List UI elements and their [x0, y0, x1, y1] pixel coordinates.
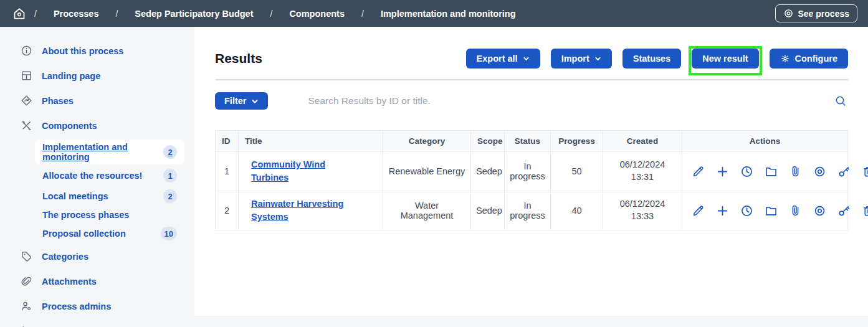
- delete-icon[interactable]: [857, 165, 868, 178]
- search-icon[interactable]: [833, 93, 848, 108]
- result-category: Renewable Energy: [383, 152, 471, 191]
- permissions-icon[interactable]: [833, 204, 855, 217]
- result-status: In progress: [505, 191, 551, 230]
- components-sub-list: Implementation and monitoring 2 Allocate…: [35, 140, 184, 243]
- sidebar-item-components[interactable]: Components: [0, 115, 194, 136]
- statuses-label: Statuses: [633, 54, 670, 64]
- header-divider: [215, 79, 848, 80]
- sidebar-item-phases[interactable]: Phases: [0, 90, 194, 111]
- tools-icon: [21, 120, 32, 131]
- result-created: 06/12/2024 13:33: [603, 191, 682, 230]
- preview-icon[interactable]: [809, 165, 831, 178]
- sidebar-subitem-local-meetings[interactable]: Local meetings 2: [35, 187, 184, 206]
- sidebar-item-label: Attachments: [42, 277, 97, 287]
- new-result-button[interactable]: New result: [692, 49, 758, 69]
- table-row: 1 Community Wind Turbines Renewable Ener…: [216, 152, 848, 191]
- see-process-button[interactable]: See process: [775, 4, 858, 22]
- plus-icon[interactable]: [712, 204, 733, 217]
- clock-icon[interactable]: [736, 204, 758, 217]
- sidebar-subitem-allocate-resources[interactable]: Allocate the resources! 1: [35, 166, 184, 185]
- sidebar-subitem-implementation-monitoring[interactable]: Implementation and monitoring 2: [35, 140, 184, 164]
- chevron-down-icon: [523, 55, 530, 62]
- result-progress: 50: [551, 152, 603, 191]
- user-gear-icon: [21, 300, 32, 312]
- configure-label: Configure: [795, 54, 837, 64]
- result-actions: [682, 152, 848, 191]
- subitem-label: Allocate the resources!: [42, 171, 142, 181]
- breadcrumb-item-components[interactable]: Components: [289, 9, 345, 19]
- export-all-button[interactable]: Export all: [466, 49, 540, 69]
- breadcrumb-item-process[interactable]: Sedep Participatory Budget: [135, 9, 253, 19]
- new-result-label: New result: [702, 54, 748, 64]
- col-header-category: Category: [383, 131, 471, 152]
- sidebar-item-categories[interactable]: Categories: [0, 245, 194, 267]
- col-header-status: Status: [505, 131, 551, 152]
- sidebar-subitem-proposal-collection[interactable]: Proposal collection 10: [35, 224, 184, 243]
- tag-icon: [21, 250, 32, 262]
- sidebar-subitem-process-phases[interactable]: The process phases: [35, 207, 184, 222]
- breadcrumb-item-processes[interactable]: Processes: [54, 9, 99, 19]
- see-process-label: See process: [798, 9, 850, 19]
- filter-button[interactable]: Filter: [215, 92, 268, 110]
- result-progress: 40: [551, 191, 603, 230]
- breadcrumb-item-current[interactable]: Implementation and monitoring: [381, 9, 516, 19]
- result-id: 2: [216, 191, 239, 230]
- clock-icon[interactable]: [736, 165, 758, 178]
- col-header-scope: Scope: [471, 131, 505, 152]
- phases-icon: [21, 95, 32, 107]
- attachment-icon[interactable]: [785, 165, 806, 178]
- created-date: 06/12/2024: [608, 198, 677, 211]
- result-title-link[interactable]: Rainwater Harvesting Systems: [251, 197, 365, 224]
- edit-icon[interactable]: [687, 165, 709, 178]
- chevron-down-icon: [251, 98, 259, 105]
- created-time: 13:31: [608, 171, 677, 184]
- permissions-icon[interactable]: [833, 165, 855, 178]
- sidebar-item-label: Process admins: [42, 301, 111, 311]
- breadcrumb-separator: /: [34, 9, 37, 19]
- count-badge: 2: [163, 189, 177, 203]
- sidebar-item-landing-page[interactable]: Landing page: [0, 65, 194, 87]
- sidebar-item-label: Phases: [42, 96, 74, 106]
- breadcrumb-separator: /: [361, 9, 364, 19]
- configure-button[interactable]: Configure: [770, 49, 848, 69]
- sidebar-item-label: Categories: [42, 252, 88, 262]
- export-all-label: Export all: [477, 54, 518, 64]
- sidebar-item-moderations[interactable]: Moderations: [0, 320, 194, 327]
- sidebar-item-label: About this process: [42, 46, 123, 56]
- result-id: 1: [216, 152, 239, 191]
- filter-label: Filter: [224, 96, 246, 106]
- subitem-label: Implementation and monitoring: [42, 142, 163, 162]
- chevron-down-icon: [594, 55, 601, 62]
- result-title-link[interactable]: Community Wind Turbines: [251, 158, 365, 184]
- highlight-annotation: New result: [692, 49, 758, 69]
- home-icon[interactable]: [11, 5, 28, 22]
- gear-icon: [780, 54, 790, 64]
- sidebar-item-process-admins[interactable]: Process admins: [0, 295, 194, 317]
- edit-icon[interactable]: [687, 204, 709, 217]
- results-table: ID Title Category Scope Status Progress …: [215, 130, 848, 230]
- search-input[interactable]: [308, 95, 833, 107]
- statuses-button[interactable]: Statuses: [622, 49, 681, 69]
- subitem-label: The process phases: [42, 210, 129, 220]
- results-panel: Results Export all Import Statuses: [194, 27, 868, 316]
- info-icon: [21, 45, 32, 57]
- breadcrumb: / Processes / Sedep Participatory Budget…: [34, 9, 533, 19]
- sidebar-item-attachments[interactable]: Attachments: [0, 270, 194, 292]
- folder-icon[interactable]: [760, 204, 782, 217]
- folder-icon[interactable]: [760, 165, 782, 178]
- count-badge: 1: [163, 169, 177, 182]
- layout-icon: [21, 70, 32, 82]
- breadcrumb-bar: / Processes / Sedep Participatory Budget…: [0, 0, 868, 27]
- import-button[interactable]: Import: [551, 49, 612, 69]
- preview-icon[interactable]: [809, 204, 831, 217]
- count-badge: 10: [161, 227, 177, 240]
- col-header-title: Title: [239, 131, 383, 152]
- delete-icon[interactable]: [857, 204, 868, 217]
- sidebar-item-about[interactable]: About this process: [0, 40, 194, 62]
- plus-icon[interactable]: [712, 165, 733, 178]
- subitem-label: Local meetings: [42, 191, 108, 201]
- col-header-created: Created: [603, 131, 682, 152]
- attachment-icon[interactable]: [785, 204, 806, 217]
- result-scope: Sedep: [471, 191, 505, 230]
- toolbar: Export all Import Statuses New result: [466, 49, 848, 69]
